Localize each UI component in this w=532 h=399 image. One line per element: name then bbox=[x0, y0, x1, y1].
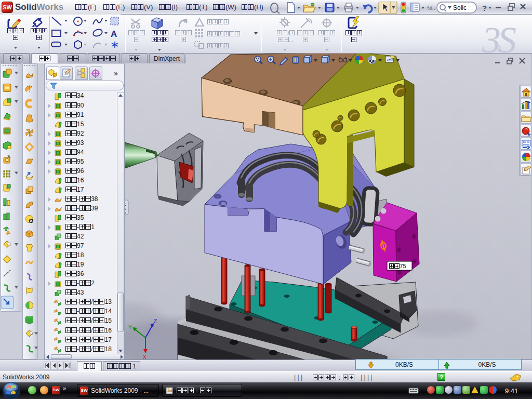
svg-text:?: ? bbox=[482, 4, 487, 12]
svg-text:Solic: Solic bbox=[453, 4, 467, 11]
svg-text:⅍..: ⅍.. bbox=[427, 5, 435, 11]
svg-text:A: A bbox=[111, 29, 117, 39]
svg-text:Y: Y bbox=[128, 325, 132, 330]
svg-text:Z: Z bbox=[154, 318, 157, 324]
